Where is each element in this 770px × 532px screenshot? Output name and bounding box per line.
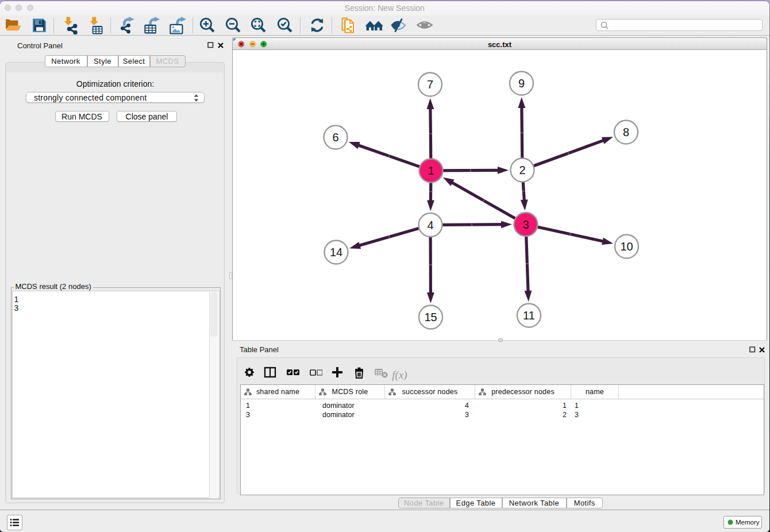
- svg-text:3: 3: [522, 218, 529, 230]
- svg-text:7: 7: [427, 78, 433, 91]
- svg-text:9: 9: [518, 77, 525, 90]
- svg-text:8: 8: [623, 126, 629, 138]
- svg-text:15: 15: [424, 311, 437, 323]
- svg-text:2: 2: [519, 164, 525, 176]
- svg-text:14: 14: [330, 246, 342, 259]
- svg-text:6: 6: [332, 131, 338, 144]
- svg-text:1: 1: [428, 164, 434, 177]
- svg-text:10: 10: [620, 240, 633, 253]
- svg-text:4: 4: [427, 218, 433, 231]
- svg-text:11: 11: [523, 309, 535, 322]
